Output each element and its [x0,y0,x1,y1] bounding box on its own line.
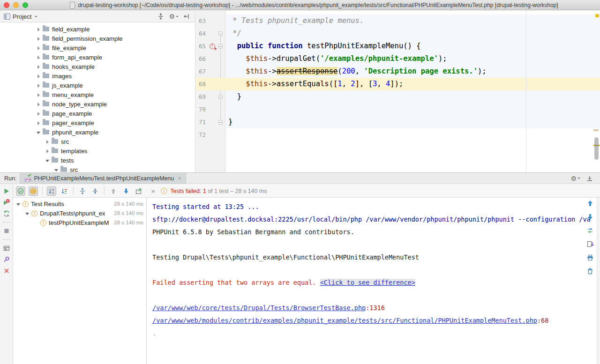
tree-toggle-icon[interactable] [36,64,41,69]
code-editor[interactable]: 63 * Tests phpunit_example menus.64 */65… [196,11,600,172]
code-text[interactable]: } [226,116,600,128]
project-tree-item-pager_example[interactable]: pager_example [0,118,195,127]
collapse-all-button[interactable] [90,186,100,196]
console-link[interactable]: /var/www/web/core/tests/Drupal/Tests/Bro… [152,304,366,312]
code-text[interactable] [226,128,600,141]
dock-panel-icon[interactable] [586,175,593,182]
swap-source-icon[interactable] [586,227,594,234]
editor-line-72[interactable]: 72 [196,128,600,141]
scroll-to-end-icon[interactable] [586,240,594,248]
restore-layout-icon[interactable] [3,245,10,252]
project-tree-item-node_type_example[interactable]: node_type_example [0,99,195,109]
scroll-down-icon[interactable] [586,213,594,221]
test-tree-item[interactable]: Drupal\Tests\phpunit_ex28 s 140 ms [13,208,146,218]
project-view-chevron-icon[interactable] [35,16,38,17]
pin-tab-icon[interactable] [3,256,10,263]
tree-toggle-icon[interactable] [25,211,30,216]
close-run-panel-icon[interactable] [3,267,10,275]
tree-toggle-icon[interactable] [36,45,41,51]
tree-toggle-icon[interactable] [36,120,41,126]
project-tree-item-templates[interactable]: templates [0,146,195,156]
scroll-up-icon[interactable] [586,200,594,207]
fold-marker-icon[interactable] [218,120,223,125]
tree-toggle-icon[interactable] [54,167,59,172]
editor-line-65[interactable]: 65 public function testPhpUnitExampleMen… [196,40,600,52]
stop-button[interactable] [3,227,10,235]
run-settings-button[interactable] [570,175,580,182]
tree-toggle-icon[interactable] [36,74,41,79]
project-tree-item-form_api_example[interactable]: form_api_example [0,52,195,62]
tree-toggle-icon[interactable] [16,201,21,207]
project-tree-item-hooks_example[interactable]: hooks_example [0,62,195,71]
project-tree-item-src[interactable]: src [0,137,195,146]
project-tree-item-field_example[interactable]: field_example [0,24,195,34]
rerun-failed-tests-button[interactable]: ! [3,199,10,206]
editor-line-63[interactable]: 63 * Tests phpunit_example menus. [196,15,600,27]
console-scrollbar[interactable] [597,198,600,364]
tree-toggle-icon[interactable] [45,139,50,144]
project-tree-item-field_permission_example[interactable]: field_permission_example [0,34,195,43]
show-ignored-button[interactable] [29,186,38,196]
editor-line-64[interactable]: 64 */ [196,27,600,40]
code-text[interactable]: $this->drupalGet('/examples/phpunit-exam… [226,52,600,65]
editor-line-71[interactable]: 71} [196,116,600,128]
tree-toggle-icon[interactable] [36,92,41,97]
tree-toggle-icon[interactable] [45,149,50,154]
test-failed-gutter-icon[interactable] [210,44,215,49]
editor-line-67[interactable]: 67 $this->assertResponse(200, 'Descripti… [196,65,600,78]
fold-marker-icon[interactable] [218,44,223,49]
code-text[interactable]: $this->assertResponse(200, 'Description … [226,65,600,78]
project-settings-button[interactable] [169,13,179,20]
zoom-window-button[interactable] [22,2,28,8]
editor-line-69[interactable]: 69 } [196,90,600,103]
tree-toggle-icon[interactable] [36,130,41,135]
toggle-auto-test-icon[interactable] [3,210,10,217]
close-window-button[interactable] [4,2,9,8]
project-tree-item-phpunit_example[interactable]: phpunit_example [0,127,195,137]
code-text[interactable]: * Tests phpunit_example menus. [226,15,600,27]
project-tree-item-page_example[interactable]: page_example [0,109,195,118]
project-tree-item-tests[interactable]: tests [0,156,195,165]
tree-toggle-icon[interactable] [36,102,41,107]
code-text[interactable] [226,103,600,116]
expand-all-button[interactable] [78,186,87,196]
code-text[interactable]: $this->assertEquals([1, 2], [3, 4]); [226,78,600,90]
rerun-button[interactable] [3,187,10,195]
project-tree-item-file_example[interactable]: file_example [0,43,195,52]
tree-toggle-icon[interactable] [36,111,41,116]
run-tab[interactable]: php PHPUnitExampleMenuTest.testPhpUnitEx… [20,173,186,184]
test-console[interactable]: Testing started at 13:25 ...sftp://docke… [147,198,600,364]
console-link[interactable]: /var/www/web/modules/contrib/examples/ph… [152,317,537,324]
error-stripe-mark[interactable] [595,14,599,17]
tree-toggle-icon[interactable] [36,83,41,88]
project-tree-item-src[interactable]: src [0,165,195,172]
project-tree-item-menu_example[interactable]: menu_example [0,90,195,99]
code-text[interactable]: public function testPhpUnitExampleMenu()… [226,40,600,52]
minimize-window-button[interactable] [13,2,19,8]
tree-toggle-icon[interactable] [36,27,41,32]
test-tree-item[interactable]: Test Results28 s 140 ms [13,199,146,208]
editor-line-66[interactable]: 66 $this->drupalGet('/examples/phpunit-e… [196,52,600,65]
print-icon[interactable] [586,254,594,261]
next-failed-test-button[interactable] [121,186,131,196]
sort-alphabetically-button[interactable]: a z [47,186,56,196]
editor-line-70[interactable]: 70 [196,103,600,116]
test-history-button[interactable] [134,186,143,196]
sort-by-duration-button[interactable] [60,186,69,196]
show-passed-button[interactable] [16,186,25,196]
tree-toggle-icon[interactable] [45,158,50,163]
code-text[interactable]: */ [226,27,600,40]
editor-line-68[interactable]: 68 $this->assertEquals([1, 2], [3, 4]); [196,78,600,90]
collapse-all-icon[interactable] [157,13,165,20]
more-actions-icon[interactable] [151,187,155,194]
code-text[interactable]: } [226,90,600,103]
fold-marker-icon[interactable] [218,95,223,99]
console-link[interactable]: <Click to see difference> [320,279,415,286]
error-stripe-mark[interactable] [593,129,599,131]
editor-scrollbar-thumb[interactable] [594,137,599,160]
clear-console-icon[interactable] [586,267,594,275]
project-tree-item-images[interactable]: images [0,71,195,81]
tree-toggle-icon[interactable] [36,36,41,41]
close-tab-icon[interactable] [178,175,181,182]
hide-panel-icon[interactable] [183,13,190,20]
